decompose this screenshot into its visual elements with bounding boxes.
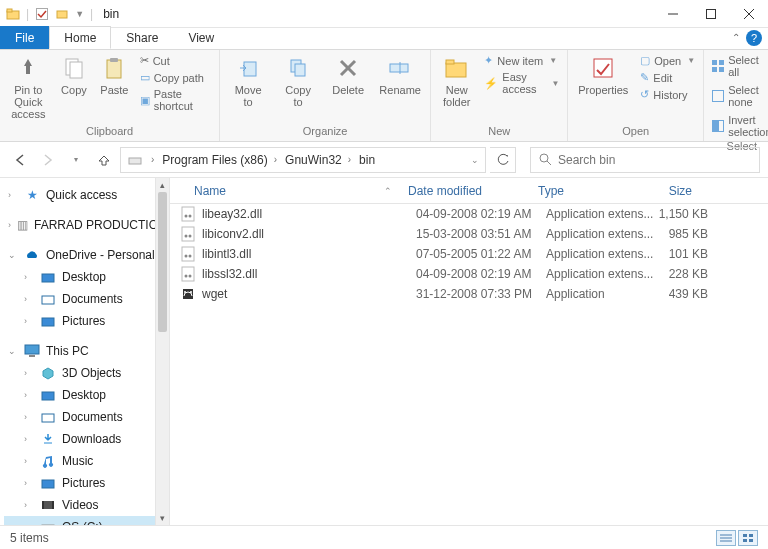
file-icon <box>180 286 196 302</box>
search-box[interactable] <box>530 147 760 173</box>
group-label-organize: Organize <box>303 123 348 141</box>
collapse-ribbon-icon[interactable]: ⌃ <box>732 32 740 43</box>
copy-to-button[interactable]: Copy to <box>278 54 318 108</box>
svg-rect-40 <box>42 480 54 488</box>
qat-dropdown-icon[interactable]: ▼ <box>75 9 84 19</box>
table-row[interactable]: wget31-12-2008 07:33 PMApplication439 KB <box>170 284 768 304</box>
group-label-clipboard: Clipboard <box>86 123 133 141</box>
sidebar-item-os-c-[interactable]: ›OS (C:) <box>4 516 167 525</box>
cut-button[interactable]: ✂Cut <box>140 54 211 67</box>
copy-path-button[interactable]: ▭Copy path <box>140 71 211 84</box>
scroll-down-icon[interactable]: ▾ <box>156 511 169 525</box>
col-name[interactable]: Name⌃ <box>170 184 400 198</box>
close-button[interactable] <box>730 0 768 28</box>
table-row[interactable]: libintl3.dll07-05-2005 01:22 AMApplicati… <box>170 244 768 264</box>
svg-rect-10 <box>107 60 121 78</box>
breadcrumb[interactable]: › Program Files (x86)› GnuWin32› bin ⌄ <box>120 147 486 173</box>
svg-rect-9 <box>70 62 82 78</box>
recent-dropdown-icon[interactable]: ▾ <box>64 148 88 172</box>
refresh-button[interactable] <box>490 147 516 173</box>
select-all-button[interactable]: Select all <box>712 54 768 78</box>
col-date[interactable]: Date modified <box>400 184 530 198</box>
properties-icon <box>589 54 617 82</box>
svg-rect-1 <box>7 9 12 12</box>
breadcrumb-seg-1[interactable]: GnuWin32› <box>285 153 351 167</box>
svg-rect-27 <box>712 120 718 132</box>
paste-shortcut-button[interactable]: ▣Paste shortcut <box>140 88 211 112</box>
open-button[interactable]: ▢Open▼ <box>640 54 695 67</box>
svg-rect-21 <box>594 59 612 77</box>
sidebar-item-this-pc[interactable]: ⌄This PC <box>4 340 167 362</box>
tab-view[interactable]: View <box>173 26 229 49</box>
sidebar-item-3d-objects[interactable]: ›3D Objects <box>4 362 167 384</box>
delete-icon <box>334 54 362 82</box>
copy-button[interactable]: Copy <box>59 54 90 96</box>
sidebar-item-documents[interactable]: ›Documents <box>4 288 167 310</box>
sidebar-item-music[interactable]: ›Music <box>4 450 167 472</box>
drive-icon <box>127 152 143 168</box>
pin-to-quick-access-button[interactable]: Pin to Quick access <box>8 54 49 120</box>
sidebar-item-downloads[interactable]: ›Downloads <box>4 428 167 450</box>
delete-button[interactable]: Delete <box>328 54 368 96</box>
sidebar-item-pictures[interactable]: ›Pictures <box>4 472 167 494</box>
easy-access-icon: ⚡ <box>484 77 498 90</box>
up-button[interactable] <box>92 148 116 172</box>
maximize-button[interactable] <box>692 0 730 28</box>
svg-rect-37 <box>42 392 54 400</box>
monitor-icon <box>24 343 40 359</box>
edit-button[interactable]: ✎Edit <box>640 71 695 84</box>
scroll-thumb[interactable] <box>158 192 167 332</box>
sidebar-item-desktop[interactable]: ›Desktop <box>4 266 167 288</box>
breadcrumb-seg-0[interactable]: Program Files (x86)› <box>162 153 277 167</box>
sidebar-item-pictures[interactable]: ›Pictures <box>4 310 167 332</box>
properties-button[interactable]: Properties <box>576 54 630 96</box>
move-to-button[interactable]: Move to <box>228 54 268 108</box>
svg-point-60 <box>190 291 192 293</box>
col-size[interactable]: Size <box>640 184 710 198</box>
new-folder-button[interactable]: New folder <box>439 54 474 108</box>
invert-selection-button[interactable]: Invert selection <box>712 114 768 138</box>
chevron-right-icon[interactable]: › <box>151 154 154 165</box>
select-none-button[interactable]: Select none <box>712 84 768 108</box>
sidebar-item-quick-access[interactable]: ›★Quick access <box>4 184 167 206</box>
sidebar-item-farrad[interactable]: ›▥FARRAD PRODUCTION <box>4 214 167 236</box>
search-input[interactable] <box>558 153 751 167</box>
help-icon[interactable]: ? <box>746 30 762 46</box>
new-item-button[interactable]: ✦New item▼ <box>484 54 559 67</box>
svg-rect-11 <box>110 58 118 62</box>
sidebar-item-desktop[interactable]: ›Desktop <box>4 384 167 406</box>
group-open: Properties ▢Open▼ ✎Edit ↺History Open <box>568 50 704 141</box>
table-row[interactable]: libiconv2.dll15-03-2008 03:51 AMApplicat… <box>170 224 768 244</box>
svg-rect-25 <box>719 67 724 72</box>
tab-file[interactable]: File <box>0 26 49 49</box>
minimize-button[interactable] <box>654 0 692 28</box>
view-large-button[interactable] <box>738 530 758 546</box>
checkbox-icon[interactable] <box>35 7 49 21</box>
copy-to-icon <box>284 54 312 82</box>
svg-rect-5 <box>707 9 716 18</box>
sidebar-scrollbar[interactable]: ▴ ▾ <box>155 178 169 525</box>
sidebar-item-documents[interactable]: ›Documents <box>4 406 167 428</box>
tab-home[interactable]: Home <box>49 26 111 49</box>
paste-button[interactable]: Paste <box>99 54 130 96</box>
new-item-icon: ✦ <box>484 54 493 67</box>
rename-button[interactable]: Rename <box>378 54 422 96</box>
breadcrumb-seg-2[interactable]: bin <box>359 153 375 167</box>
back-button[interactable] <box>8 148 32 172</box>
scroll-up-icon[interactable]: ▴ <box>156 178 169 192</box>
table-row[interactable]: libssl32.dll04-09-2008 02:19 AMApplicati… <box>170 264 768 284</box>
view-details-button[interactable] <box>716 530 736 546</box>
svg-rect-29 <box>129 158 141 164</box>
file-icon <box>180 226 196 242</box>
svg-rect-55 <box>182 267 194 281</box>
col-type[interactable]: Type <box>530 184 640 198</box>
tab-share[interactable]: Share <box>111 26 173 49</box>
table-row[interactable]: libeay32.dll04-09-2008 02:19 AMApplicati… <box>170 204 768 224</box>
sidebar-item-onedrive[interactable]: ⌄OneDrive - Personal <box>4 244 167 266</box>
folder-small-icon[interactable] <box>55 7 69 21</box>
sidebar-item-videos[interactable]: ›Videos <box>4 494 167 516</box>
easy-access-button[interactable]: ⚡Easy access▼ <box>484 71 559 95</box>
history-button[interactable]: ↺History <box>640 88 695 101</box>
forward-button[interactable] <box>36 148 60 172</box>
breadcrumb-dropdown-icon[interactable]: ⌄ <box>471 155 479 165</box>
